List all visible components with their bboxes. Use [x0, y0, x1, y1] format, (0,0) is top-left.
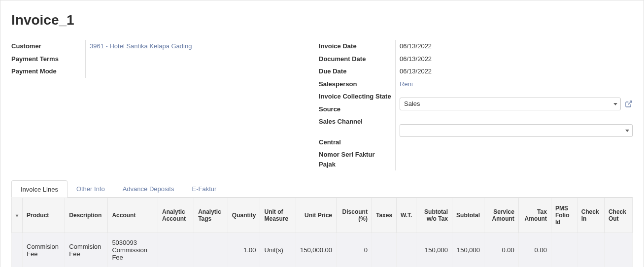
tab-advance-deposits[interactable]: Advance Deposits — [114, 180, 183, 197]
cell-account[interactable]: 5030093 Commission Fee — [108, 233, 158, 267]
cell-uom[interactable]: Unit(s) — [260, 233, 296, 267]
table-header-row: Product Description Account Analytic Acc… — [12, 198, 633, 233]
payment-terms-value[interactable] — [85, 53, 319, 66]
central-label: Central — [319, 136, 391, 149]
form-right-column: Invoice Date Document Date Due Date Sale… — [319, 40, 633, 170]
col-account[interactable]: Account — [108, 198, 158, 233]
due-date-value[interactable]: 06/13/2022 — [400, 65, 633, 78]
external-link-icon[interactable] — [625, 100, 633, 108]
invoice-lines-table: Product Description Account Analytic Acc… — [11, 198, 633, 267]
collecting-state-label: Invoice Collecting State — [319, 90, 391, 103]
cell-check-out[interactable] — [604, 233, 632, 267]
row-handle[interactable] — [12, 233, 23, 267]
col-unit-price[interactable]: Unit Price — [296, 198, 336, 233]
tab-efaktur[interactable]: E-Faktur — [183, 180, 225, 197]
cell-description[interactable]: Commision Fee — [65, 233, 108, 267]
tab-invoice-lines[interactable]: Invoice Lines — [11, 180, 68, 198]
col-check-out[interactable]: Check Out — [604, 198, 632, 233]
cell-analytic-tags[interactable] — [194, 233, 228, 267]
col-quantity[interactable]: Quantity — [228, 198, 260, 233]
col-tax-amount[interactable]: Tax Amount — [518, 198, 551, 233]
table-row[interactable]: Commision Fee Commision Fee 5030093 Comm… — [12, 233, 633, 267]
cell-quantity[interactable]: 1.00 — [228, 233, 260, 267]
invoice-date-label: Invoice Date — [319, 40, 391, 53]
nomor-select[interactable] — [400, 124, 633, 137]
col-service-amount[interactable]: Service Amount — [484, 198, 519, 233]
invoice-form: Invoice_1 Customer 3961 - Hotel Santika … — [0, 0, 644, 267]
col-analytic-tags[interactable]: Analytic Tags — [194, 198, 228, 233]
document-date-value[interactable]: 06/13/2022 — [400, 53, 633, 66]
col-analytic-account[interactable]: Analytic Account — [158, 198, 194, 233]
invoice-date-value[interactable]: 06/13/2022 — [400, 40, 633, 53]
nomor-label: Nomor Seri Faktur Pajak — [319, 148, 391, 170]
due-date-label: Due Date — [319, 65, 391, 78]
chevron-down-icon — [613, 103, 617, 105]
document-date-label: Document Date — [319, 53, 391, 66]
payment-mode-value[interactable] — [85, 65, 319, 78]
cell-service-amount[interactable]: 0.00 — [484, 233, 519, 267]
source-label: Source — [319, 103, 391, 116]
payment-mode-label: Payment Mode — [11, 65, 85, 78]
cell-product[interactable]: Commision Fee — [23, 233, 65, 267]
cell-unit-price[interactable]: 150,000.00 — [296, 233, 336, 267]
col-uom[interactable]: Unit of Measure — [260, 198, 296, 233]
payment-terms-label: Payment Terms — [11, 53, 85, 66]
tab-other-info[interactable]: Other Info — [68, 180, 114, 197]
cell-discount[interactable]: 0 — [337, 233, 372, 267]
col-taxes[interactable]: Taxes — [372, 198, 396, 233]
page-title: Invoice_1 — [11, 12, 633, 28]
cell-check-in[interactable] — [577, 233, 604, 267]
chevron-down-icon — [625, 130, 629, 132]
salesperson-label: Salesperson — [319, 78, 391, 91]
col-subtotal-wo-tax[interactable]: Subtotal w/o Tax — [416, 198, 452, 233]
col-discount[interactable]: Discount (%) — [337, 198, 372, 233]
form-left-column: Customer 3961 - Hotel Santika Kelapa Gad… — [11, 40, 319, 170]
salesperson-value[interactable]: Reni — [400, 78, 633, 91]
col-description[interactable]: Description — [65, 198, 108, 233]
cell-pms-folio[interactable] — [551, 233, 577, 267]
cell-taxes[interactable] — [372, 233, 396, 267]
cell-subtotal-wo-tax[interactable]: 150,000 — [416, 233, 452, 267]
sales-channel-label: Sales Channel — [319, 115, 391, 128]
col-subtotal[interactable]: Subtotal — [452, 198, 484, 233]
form-header: Customer 3961 - Hotel Santika Kelapa Gad… — [11, 40, 633, 170]
col-pms-folio[interactable]: PMS Folio Id — [551, 198, 577, 233]
col-wt[interactable]: W.T. — [397, 198, 416, 233]
cell-subtotal[interactable]: 150,000 — [452, 233, 484, 267]
cell-analytic-account[interactable] — [158, 233, 194, 267]
svg-line-0 — [628, 101, 632, 104]
col-product[interactable]: Product — [23, 198, 65, 233]
sales-channel-select[interactable]: Sales — [400, 98, 621, 110]
customer-label: Customer — [11, 40, 85, 53]
col-check-in[interactable]: Check In — [577, 198, 604, 233]
customer-value[interactable]: 3961 - Hotel Santika Kelapa Gading — [85, 40, 319, 53]
cell-tax-amount[interactable]: 0.00 — [518, 233, 551, 267]
tabs: Invoice Lines Other Info Advance Deposit… — [11, 180, 633, 198]
cell-wt[interactable] — [397, 233, 416, 267]
column-menu-icon[interactable] — [12, 198, 23, 233]
